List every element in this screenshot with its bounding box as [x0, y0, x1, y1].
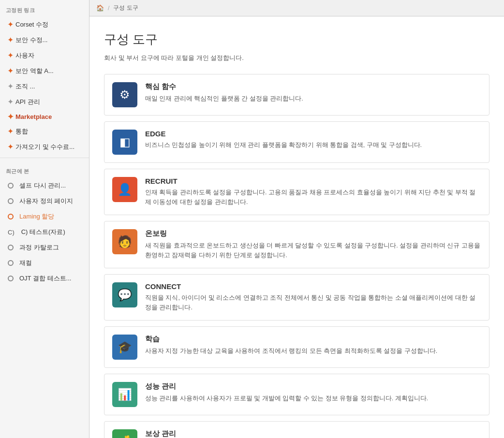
sidebar-item-security-edit[interactable]: ✦보안 수정... [0, 32, 89, 48]
sidebar-recent-label-custom-page: 사용자 정의 페이지 [19, 197, 73, 205]
home-icon[interactable]: 🏠 [96, 4, 104, 12]
card-title-learning: 학습 [145, 335, 481, 344]
sidebar-label-corset: Corset 수정 [15, 20, 48, 29]
card-body-core-functions: 핵심 함수매일 인재 관리에 핵심적인 플랫폼 간 설정을 관리합니다. [145, 82, 481, 103]
card-icon-onboarding: 🧑 [112, 229, 137, 254]
card-desc-onboarding: 새 직원을 효과적으로 온보드하고 생산성을 더 빠르게 달성할 수 있도록 설… [145, 241, 481, 260]
sidebar-recent-dot-test: C) [8, 229, 15, 236]
sidebar-recent-label-talent: 재컬 [19, 259, 32, 267]
card-desc-performance: 성능 관리를 사용하여 사용자가 프로필 및 개발에 입력할 수 있는 정보 유… [145, 394, 481, 403]
recent-label: 최근에 본 [0, 161, 89, 178]
card-icon-rewards: 💰 [112, 429, 137, 438]
card-connect[interactable]: 💬CONNECT직원을 지식, 아이디어 및 리소스에 연결하고 조직 전체에서… [104, 274, 489, 321]
sidebar-label-user: 사용자 [15, 51, 34, 60]
sidebar-item-import[interactable]: ✦가져오기 및 수수료... [0, 139, 89, 155]
sidebar-recent-course-catalog[interactable]: 과정 카탈로그 [0, 240, 89, 255]
sidebar-recent-label-ojt: OJT 결합 테스트... [19, 274, 71, 283]
card-body-onboarding: 온보링새 직원을 효과적으로 온보드하고 생산성을 더 빠르게 달성할 수 있도… [145, 229, 481, 260]
card-icon-performance: 📊 [112, 382, 137, 407]
card-body-learning: 학습사용자 지정 가능한 대상 교육을 사용하여 조직에서 랭킹의 모든 측면을… [145, 335, 481, 356]
card-icon-connect: 💬 [112, 282, 137, 307]
card-body-performance: 성능 관리성능 관리를 사용하여 사용자가 프로필 및 개발에 입력할 수 있는… [145, 382, 481, 403]
card-body-connect: CONNECT직원을 지식, 아이디어 및 리소스에 연결하고 조직 전체에서 … [145, 282, 481, 312]
card-body-recruit: RECRUIT인재 획득을 관리하도록 설정을 구성합니다. 고용의 품질과 채… [145, 177, 481, 207]
sidebar-label-security-edit: 보안 수정... [15, 36, 47, 44]
sidebar-item-integration[interactable]: ✦통합 [0, 124, 89, 139]
breadcrumb-bar: 🏠 / 구성 도구 [89, 0, 504, 16]
breadcrumb-current: 구성 도구 [113, 4, 138, 12]
sidebar-label-marketplace: Marketplace [15, 113, 52, 120]
sidebar-recent-items: 셀프 다시 관리...사용자 정의 페이지Laming 할당C)C) 테스트(자… [0, 178, 89, 286]
sidebar-dot-corset: ✦ [8, 22, 13, 27]
sidebar-label-org: 조직 ... [15, 82, 35, 91]
sidebar-dot-org: ✦ [8, 84, 13, 89]
sidebar-dot-security-edit: ✦ [8, 38, 13, 43]
card-title-rewards: 보상 관리 [145, 429, 481, 438]
cards-container: ⚙핵심 함수매일 인재 관리에 핵심적인 플랫폼 간 설정을 관리합니다.◧ED… [104, 74, 489, 438]
card-recruit[interactable]: 👤RECRUIT인재 획득을 관리하도록 설정을 구성합니다. 고용의 품질과 … [104, 169, 489, 215]
card-core-functions[interactable]: ⚙핵심 함수매일 인재 관리에 핵심적인 플랫폼 간 설정을 관리합니다. [104, 74, 489, 116]
sidebar-item-org[interactable]: ✦조직 ... [0, 79, 89, 94]
card-body-edge: EDGE비즈니스 민첩성을 높이기 위해 인재 관리 플랫폼을 확장하기 위해 … [145, 130, 481, 150]
sidebar-item-corset[interactable]: ✦Corset 수정 [0, 17, 89, 32]
sidebar-fixed-items: ✦Corset 수정✦보안 수정...✦사용자✦보안 역할 A...✦조직 ..… [0, 17, 89, 155]
card-title-recruit: RECRUIT [145, 177, 481, 185]
sidebar-recent-laming[interactable]: Laming 할당 [0, 209, 89, 224]
sidebar-divider-1 [0, 158, 89, 158]
sidebar-dot-user: ✦ [8, 53, 13, 58]
fixed-links-label: 고정된 링크 [0, 0, 89, 17]
card-rewards[interactable]: 💰보상 관리보점 관리를 사용하여 보상 계획을 구성하고 사용자의 기본, 보… [104, 421, 489, 438]
card-title-edge: EDGE [145, 130, 481, 138]
sidebar-item-marketplace[interactable]: ✦Marketplace [0, 110, 89, 124]
content-area: 구성 도구 회사 및 부서 요구에 따라 포털을 개인 설정합니다. ⚙핵심 함… [89, 16, 504, 438]
sidebar-recent-dot-talent [8, 260, 14, 266]
card-icon-recruit: 👤 [112, 177, 137, 202]
sidebar-recent-label-course-catalog: 과정 카탈로그 [19, 243, 59, 252]
card-learning[interactable]: 🎓학습사용자 지정 가능한 대상 교육을 사용하여 조직에서 랭킹의 모든 측면… [104, 326, 489, 368]
card-title-onboarding: 온보링 [145, 229, 481, 238]
card-performance[interactable]: 📊성능 관리성능 관리를 사용하여 사용자가 프로필 및 개발에 입력할 수 있… [104, 374, 489, 415]
sidebar-recent-label-self-manage: 셀프 다시 관리... [19, 181, 66, 190]
sidebar-recent-label-test: C) 테스트(자료) [21, 228, 65, 236]
sidebar-label-import: 가져오기 및 수수료... [15, 143, 74, 151]
card-icon-learning: 🎓 [112, 335, 137, 360]
sidebar-recent-talent[interactable]: 재컬 [0, 255, 89, 271]
card-desc-recruit: 인재 획득을 관리하도록 설정을 구성합니다. 고용의 품질과 채용 프로세스의… [145, 188, 481, 207]
card-icon-edge: ◧ [112, 130, 137, 155]
sidebar-recent-test[interactable]: C)C) 테스트(자료) [0, 224, 89, 240]
card-edge[interactable]: ◧EDGE비즈니스 민첩성을 높이기 위해 인재 관리 플랫폼을 확장하기 위해… [104, 121, 489, 163]
page-subtitle: 회사 및 부서 요구에 따라 포털을 개인 설정합니다. [104, 54, 489, 62]
sidebar: 고정된 링크 ✦Corset 수정✦보안 수정...✦사용자✦보안 역할 A..… [0, 0, 89, 438]
sidebar-recent-ojt[interactable]: OJT 결합 테스트... [0, 271, 89, 286]
page-title: 구성 도구 [104, 31, 489, 48]
sidebar-recent-custom-page[interactable]: 사용자 정의 페이지 [0, 193, 89, 209]
main-area: 🏠 / 구성 도구 구성 도구 회사 및 부서 요구에 따라 포털을 개인 설정… [89, 0, 504, 438]
sidebar-label-integration: 통합 [15, 127, 28, 136]
card-desc-core-functions: 매일 인재 관리에 핵심적인 플랫폼 간 설정을 관리합니다. [145, 94, 481, 103]
sidebar-recent-dot-laming [8, 214, 14, 219]
sidebar-dot-import: ✦ [8, 145, 13, 149]
sidebar-dot-marketplace: ✦ [8, 115, 13, 119]
sidebar-item-user[interactable]: ✦사용자 [0, 48, 89, 63]
card-onboarding[interactable]: 🧑온보링새 직원을 효과적으로 온보드하고 생산성을 더 빠르게 달성할 수 있… [104, 221, 489, 268]
sidebar-item-security-role[interactable]: ✦보안 역할 A... [0, 63, 89, 79]
card-title-performance: 성능 관리 [145, 382, 481, 391]
sidebar-recent-dot-self-manage [8, 183, 14, 189]
breadcrumb-separator: / [108, 5, 109, 12]
sidebar-recent-dot-course-catalog [8, 245, 14, 250]
sidebar-recent-label-laming: Laming 할당 [19, 212, 54, 221]
sidebar-recent-dot-custom-page [8, 198, 14, 204]
card-title-connect: CONNECT [145, 282, 481, 291]
sidebar-label-security-role: 보안 역할 A... [15, 67, 54, 75]
card-title-core-functions: 핵심 함수 [145, 82, 481, 91]
sidebar-dot-integration: ✦ [8, 129, 13, 134]
sidebar-dot-api: ✦ [8, 100, 13, 104]
sidebar-recent-self-manage[interactable]: 셀프 다시 관리... [0, 178, 89, 193]
card-desc-learning: 사용자 지정 가능한 대상 교육을 사용하여 조직에서 랭킹의 모든 측면을 최… [145, 346, 481, 356]
card-desc-edge: 비즈니스 민첩성을 높이기 위해 인재 관리 플랫폼을 확장하기 위해 통합을 … [145, 140, 481, 150]
sidebar-item-api[interactable]: ✦API 관리 [0, 94, 89, 110]
card-desc-connect: 직원을 지식, 아이디어 및 리소스에 연결하고 조직 전체에서 통신 및 공동… [145, 293, 481, 312]
sidebar-recent-dot-ojt [8, 276, 14, 281]
sidebar-dot-security-role: ✦ [8, 69, 13, 73]
card-icon-core-functions: ⚙ [112, 82, 137, 107]
